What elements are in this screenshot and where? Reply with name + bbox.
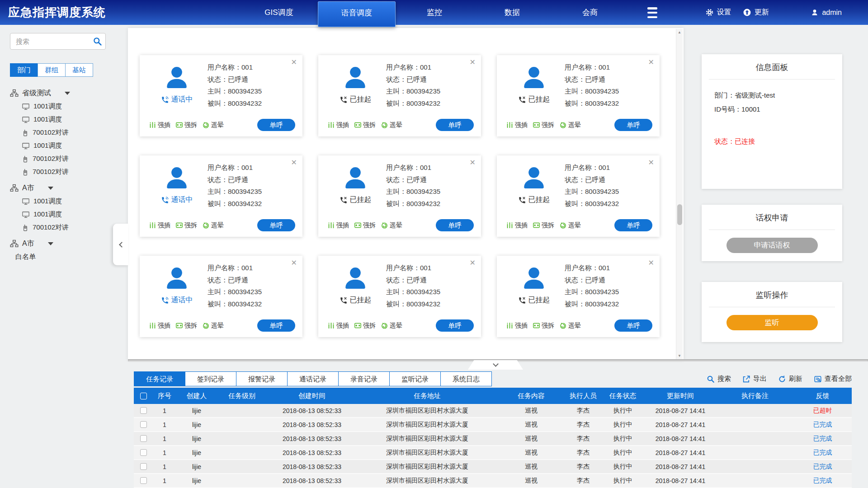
tree-item[interactable]: 1001调度	[22, 139, 125, 152]
select-all-checkbox[interactable]	[140, 393, 147, 399]
force-release-button[interactable]: 强拆	[354, 221, 376, 230]
single-call-button[interactable]: 单呼	[614, 219, 652, 231]
single-call-button[interactable]: 单呼	[257, 219, 295, 231]
table-row[interactable]: 1 lijie 2018-08-13 08:52:33 深圳市福田区彩田村水源大…	[134, 404, 852, 418]
close-icon[interactable]: ✕	[470, 258, 476, 267]
tree-item[interactable]: 1001调度	[22, 100, 125, 113]
close-icon[interactable]: ✕	[291, 158, 297, 167]
tree-item[interactable]: 白名单	[15, 250, 125, 263]
single-call-button[interactable]: 单呼	[436, 319, 474, 332]
remote-stun-button[interactable]: 遥晕	[202, 121, 224, 129]
menu-icon[interactable]	[647, 7, 658, 18]
record-tab[interactable]: 签到记录	[185, 371, 236, 386]
force-release-button[interactable]: 强拆	[354, 322, 376, 330]
force-insert-button[interactable]: 强插	[506, 322, 528, 330]
force-release-button[interactable]: 强拆	[175, 322, 197, 330]
scroll-thumb[interactable]	[677, 204, 682, 225]
scroll-up-arrow[interactable]: ▲	[676, 29, 683, 36]
tree-item[interactable]: 1001调度	[22, 208, 125, 221]
remote-stun-button[interactable]: 遥晕	[381, 322, 402, 330]
chevron-down-icon[interactable]	[48, 242, 53, 245]
search-icon[interactable]	[93, 37, 102, 46]
row-checkbox[interactable]	[140, 435, 147, 442]
settings-button[interactable]: 设置	[705, 8, 731, 17]
record-tab[interactable]: 系统日志	[440, 371, 492, 386]
single-call-button[interactable]: 单呼	[257, 319, 295, 332]
close-icon[interactable]: ✕	[648, 58, 654, 66]
remote-stun-button[interactable]: 遥晕	[381, 221, 402, 230]
refresh-button[interactable]: 刷新	[778, 375, 802, 383]
tree-item[interactable]: 700102对讲	[22, 152, 125, 165]
sidebar-tab[interactable]: 群组	[38, 63, 66, 77]
force-release-button[interactable]: 强拆	[533, 322, 554, 330]
nav-tab[interactable]: GIS调度	[240, 0, 318, 25]
force-release-button[interactable]: 强拆	[354, 121, 376, 129]
force-insert-button[interactable]: 强插	[506, 221, 528, 230]
force-insert-button[interactable]: 强插	[506, 121, 528, 129]
close-icon[interactable]: ✕	[291, 258, 297, 267]
vertical-scrollbar[interactable]: ▲ ▼	[676, 29, 683, 359]
force-release-button[interactable]: 强拆	[175, 121, 197, 129]
tree-item[interactable]: 省级测试	[10, 87, 125, 100]
remote-stun-button[interactable]: 遥晕	[202, 322, 224, 330]
record-tab[interactable]: 监听记录	[389, 371, 441, 386]
force-release-button[interactable]: 强拆	[533, 121, 554, 129]
apply-talk-right-button[interactable]: 申请话语权	[726, 238, 818, 253]
nav-tab[interactable]: 会商	[551, 0, 629, 25]
sidebar-tab[interactable]: 基站	[65, 63, 93, 77]
remote-stun-button[interactable]: 遥晕	[559, 221, 581, 230]
remote-stun-button[interactable]: 遥晕	[559, 121, 581, 129]
close-icon[interactable]: ✕	[470, 158, 476, 167]
update-button[interactable]: 更新	[743, 8, 769, 17]
cell-feedback[interactable]: 已完成	[793, 421, 852, 429]
export-button[interactable]: 导出	[742, 375, 767, 383]
tree-item[interactable]: 700102对讲	[22, 126, 125, 139]
cell-feedback[interactable]: 已完成	[793, 477, 852, 485]
table-row[interactable]: 1 lijie 2018-08-13 08:52:33 深圳市福田区彩田村水源大…	[134, 432, 852, 446]
tree-item[interactable]: A市	[10, 182, 125, 195]
single-call-button[interactable]: 单呼	[436, 219, 474, 231]
tree-item[interactable]: 1001调度	[22, 113, 125, 126]
nav-tab[interactable]: 语音调度	[318, 1, 396, 27]
table-row[interactable]: 1 lijie 2018-08-13 08:52:33 深圳市福田区彩田村水源大…	[134, 474, 852, 488]
force-insert-button[interactable]: 强插	[149, 322, 170, 330]
record-tab[interactable]: 报警记录	[236, 371, 288, 386]
tree-item[interactable]: A市	[10, 237, 125, 250]
row-checkbox[interactable]	[140, 407, 147, 414]
single-call-button[interactable]: 单呼	[614, 119, 652, 131]
cell-feedback[interactable]: 已完成	[793, 435, 852, 443]
search-button[interactable]: 搜索	[707, 375, 731, 383]
remote-stun-button[interactable]: 遥晕	[559, 322, 581, 330]
search-input[interactable]	[10, 33, 106, 50]
scroll-down-arrow[interactable]: ▼	[676, 352, 683, 359]
bottom-collapse-handle[interactable]	[468, 360, 523, 370]
chevron-down-icon[interactable]	[48, 187, 53, 190]
row-checkbox[interactable]	[140, 463, 147, 470]
remote-stun-button[interactable]: 遥晕	[202, 221, 224, 230]
row-checkbox[interactable]	[140, 449, 147, 456]
user-menu[interactable]: admin	[810, 8, 842, 17]
force-release-button[interactable]: 强拆	[533, 221, 554, 230]
force-insert-button[interactable]: 强插	[149, 221, 170, 230]
tree-item[interactable]: 1001调度	[22, 195, 125, 208]
tree-item[interactable]: 700102对讲	[22, 165, 125, 178]
cell-feedback[interactable]: 已超时	[793, 407, 852, 415]
record-tab[interactable]: 通话记录	[287, 371, 339, 386]
single-call-button[interactable]: 单呼	[614, 319, 652, 332]
force-insert-button[interactable]: 强插	[149, 121, 170, 129]
row-checkbox[interactable]	[140, 421, 147, 428]
single-call-button[interactable]: 单呼	[436, 119, 474, 131]
monitor-button[interactable]: 监听	[726, 315, 818, 330]
tree-item[interactable]: 700102对讲	[22, 221, 125, 234]
sidebar-tab[interactable]: 部门	[10, 63, 38, 77]
force-insert-button[interactable]: 强插	[327, 121, 349, 129]
sidebar-collapse-handle[interactable]	[113, 224, 128, 265]
nav-tab[interactable]: 数据	[473, 0, 551, 25]
close-icon[interactable]: ✕	[470, 58, 476, 66]
table-row[interactable]: 1 lijie 2018-08-13 08:52:33 深圳市福田区彩田村水源大…	[134, 446, 852, 460]
row-checkbox[interactable]	[140, 477, 147, 484]
chevron-down-icon[interactable]	[65, 92, 70, 95]
close-icon[interactable]: ✕	[291, 58, 297, 66]
force-insert-button[interactable]: 强插	[327, 221, 349, 230]
table-row[interactable]: 1 lijie 2018-08-13 08:52:33 深圳市福田区彩田村水源大…	[134, 460, 852, 474]
